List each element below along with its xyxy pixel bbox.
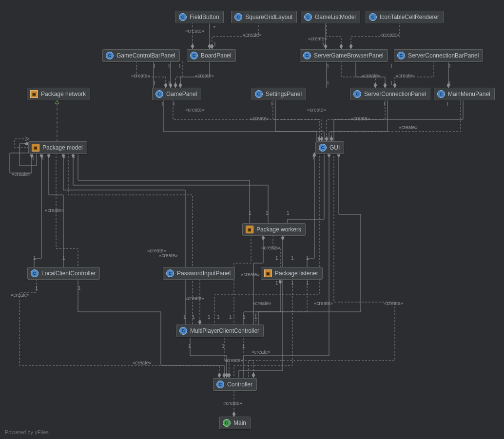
package-icon: ▣ [32, 144, 39, 152]
class-ServerGameBrowserPanel[interactable]: C ServerGameBrowserPanel [300, 49, 388, 62]
lbl-create: «create» [11, 292, 30, 298]
class-SettingsPanel[interactable]: C SettingsPanel [252, 88, 306, 100]
class-LocalClientController[interactable]: C LocalClientController [27, 267, 100, 280]
lbl-create: «create» [131, 73, 150, 78]
class-icon: C [223, 419, 231, 427]
lbl-one: 1 [390, 64, 393, 69]
lbl-create: «create» [362, 73, 381, 78]
class-icon: C [369, 13, 377, 21]
lbl-create: «create» [351, 116, 370, 121]
lbl-create: «create» [307, 107, 326, 113]
lbl-one: 1 [178, 64, 181, 69]
class-GUI[interactable]: C GUI [315, 141, 344, 154]
lbl-one: 1 [161, 102, 164, 107]
node-label: SettingsPanel [266, 91, 302, 97]
package-icon: ▣ [264, 269, 272, 277]
lbl-one: 1 [271, 102, 273, 107]
class-icon: C [179, 327, 187, 335]
lbl-create: «create» [384, 301, 403, 306]
class-icon: C [190, 52, 198, 59]
package-icon: ▣ [30, 90, 38, 98]
lbl-create: «create» [147, 248, 166, 253]
package-network[interactable]: ▣ Package network [27, 88, 90, 100]
lbl-one: 1 [249, 210, 252, 216]
node-label: GamePanel [166, 91, 197, 97]
lbl-one: 1 [62, 255, 65, 261]
lbl-create: «create» [261, 245, 280, 250]
class-GamePanel[interactable]: C GamePanel [152, 88, 201, 100]
lbl-one: 1 [306, 255, 309, 261]
class-Main[interactable]: C Main [219, 417, 251, 429]
class-FieldButton[interactable]: C FieldButton [175, 11, 224, 23]
node-label: Main [233, 420, 246, 426]
package-model[interactable]: ▣ Package model [28, 141, 87, 154]
lbl-create: «create» [224, 358, 243, 363]
class-icon: C [255, 90, 263, 98]
lbl-one: 1 [188, 344, 191, 349]
lbl-create: «create» [241, 272, 260, 277]
class-icon: C [319, 144, 327, 152]
lbl-create: «create» [380, 32, 399, 38]
lbl-one: 1 [306, 281, 309, 286]
node-label: LocalClientController [41, 270, 96, 277]
lbl-one: 1 [287, 210, 290, 216]
lbl-create: «create» [223, 401, 242, 406]
lbl-one: 1 [448, 81, 451, 86]
node-label: Package listener [275, 270, 318, 277]
edges-layer [0, 0, 504, 439]
class-icon: C [437, 90, 445, 98]
class-BoardPanel[interactable]: C BoardPanel [187, 49, 236, 62]
node-label: MainMenuPanel [448, 91, 490, 97]
node-label: ServerConnectionPanel [364, 91, 426, 97]
node-label: IconTableCellRenderer [380, 14, 439, 20]
node-label: MultiPlayerClientController [190, 327, 259, 334]
lbl-create: «create» [185, 28, 204, 34]
lbl-create: «create» [396, 73, 415, 78]
node-label: PasswordInputPanel [177, 270, 231, 277]
lbl-one: 1 [213, 42, 216, 47]
lbl-one: 1 [41, 156, 44, 161]
lbl-create: «create» [399, 125, 418, 130]
lbl-one: 1 [291, 281, 294, 286]
lbl-one: 1 [153, 64, 156, 69]
lbl-create: «create» [195, 73, 214, 78]
diagram-canvas: C FieldButton C SquareGridLayout C GameL… [0, 0, 504, 439]
class-GameListModel[interactable]: C GameListModel [301, 11, 360, 23]
class-icon: C [234, 13, 242, 21]
class-GameControlBarPanel[interactable]: C GameControlBarPanel [102, 49, 180, 62]
class-ServerConnectionPanel[interactable]: C ServerConnectionPanel [350, 88, 430, 100]
class-icon: C [216, 381, 224, 388]
lbl-one: 1 [78, 286, 81, 291]
class-MainMenuPanel[interactable]: C MainMenuPanel [434, 88, 495, 100]
lbl-one: 1 [168, 64, 171, 69]
class-icon: C [166, 269, 174, 277]
lbl-create: «create» [308, 36, 327, 41]
class-IconTableCellRenderer[interactable]: C IconTableCellRenderer [366, 11, 444, 23]
class-Controller[interactable]: C Controller [213, 378, 257, 391]
lbl-create: «create» [45, 208, 64, 213]
class-icon: C [303, 52, 311, 59]
lbl-star: * [63, 156, 65, 161]
node-label: Package workers [256, 226, 301, 233]
lbl-one: 1 [327, 64, 330, 69]
node-label: GameListModel [315, 14, 356, 20]
lbl-one: 1 [275, 281, 278, 286]
lbl-one: 1 [322, 42, 325, 47]
class-MultiPlayerClientController[interactable]: C MultiPlayerClientController [176, 324, 264, 337]
lbl-one: 1 [222, 344, 225, 349]
lbl-create: «create» [250, 116, 269, 121]
class-icon: C [106, 52, 114, 59]
lbl-one: 1 [153, 81, 156, 86]
lbl-one: 1 [266, 210, 269, 216]
class-PasswordInputPanel[interactable]: C PasswordInputPanel [163, 267, 235, 280]
package-workers[interactable]: ▣ Package workers [242, 223, 306, 236]
node-label: GameControlBarPanel [116, 52, 175, 59]
class-SquareGridLayout[interactable]: C SquareGridLayout [231, 11, 297, 23]
lbl-one: 1 [327, 81, 330, 86]
package-listener[interactable]: ▣ Package listener [261, 267, 323, 280]
lbl-create: «create» [185, 296, 204, 301]
class-ServerConnectionBarPanel[interactable]: C ServerConnectionBarPanel [394, 49, 483, 62]
lbl-one: 1 [275, 255, 278, 261]
class-icon: C [31, 269, 39, 277]
class-icon: C [304, 13, 312, 21]
